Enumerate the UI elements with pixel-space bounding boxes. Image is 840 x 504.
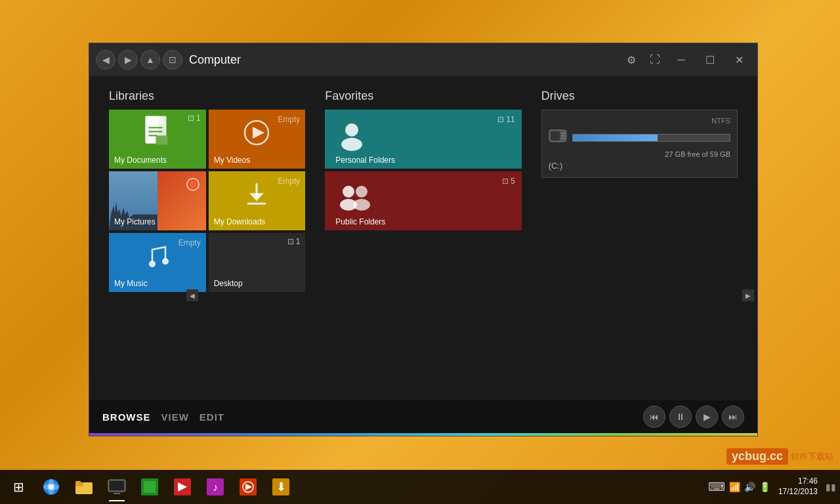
menu-edit[interactable]: EDIT [200,411,224,423]
tile-downloads[interactable]: Empty My Downloads [209,171,306,230]
pictures-label: My Pictures [114,217,156,226]
close-button[interactable]: ✕ [727,48,751,72]
up-button[interactable]: ▲ [140,50,160,70]
personal-label: Personal Folders [335,156,395,165]
svg-rect-35 [114,493,120,494]
content-area: Libraries [89,76,757,400]
forward-button[interactable]: ▶ [118,50,138,70]
start-button[interactable]: ⊞ [4,472,33,501]
svg-rect-22 [551,131,560,140]
explorer-icon [73,476,95,498]
app8-icon: ⬇ [270,476,292,498]
tile-videos[interactable]: Empty My Videos [209,110,306,169]
svg-point-16 [341,138,362,151]
menu-browse[interactable]: BROWSE [102,411,151,423]
scroll-left-button[interactable]: ◀ [186,289,198,301]
tile-desktop[interactable]: ⊡1 Desktop [209,233,306,292]
tile-music[interactable]: Empty My Music [109,233,206,292]
watermark-label: 软件下载站 [791,451,833,463]
drive-filesystem: NTFS [549,117,730,125]
media-play-button[interactable]: ▶ [696,406,718,428]
media-next-button[interactable]: ⏭ [722,406,744,428]
watermark: ycbug.cc 软件下载站 [726,448,833,465]
time-display: 17:46 [778,476,818,487]
drives-section: Drives NTFS [541,89,738,387]
downloads-label: My Downloads [214,217,266,226]
battery-icon: 🔋 [759,482,770,492]
back-button[interactable]: ◀ [96,50,116,70]
app4-icon [138,476,161,498]
group-icon [335,181,375,220]
scroll-right-button[interactable]: ▶ [742,289,754,301]
taskbar-app-8[interactable]: ⬇ [265,471,297,503]
folder-button[interactable]: ⊡ [163,50,182,70]
svg-rect-34 [110,481,124,490]
tile-public-folders[interactable]: ⊡5 Public Folders [325,171,521,230]
videos-label: My Videos [214,156,251,165]
drive-letter: (C:) [549,161,730,171]
settings-button[interactable]: ⚙ [622,51,640,69]
svg-rect-37 [144,481,156,493]
svg-marker-11 [249,193,264,201]
downloads-empty: Empty [278,177,300,186]
taskbar-right: ⌨ 📶 🔊 🔋 17:46 17/12/2013 ▮▮ [708,476,836,497]
network-icon: 📶 [729,482,740,492]
nav-buttons: ◀ ▶ ▲ ⊡ [96,50,182,70]
drive-progress-row [549,129,730,146]
svg-point-17 [343,186,354,198]
svg-rect-32 [75,481,81,484]
svg-point-15 [345,123,358,136]
remote-icon [106,476,128,498]
tile-personal-folders[interactable]: ⊡11 Personal Folders [325,110,521,169]
taskbar-app-remote[interactable] [101,471,133,503]
watermark-brand: ycbug.cc [726,448,788,465]
videos-empty: Empty [278,115,300,124]
svg-point-29 [49,484,54,490]
keyboard-icon: ⌨ [708,480,725,494]
taskbar-app-7[interactable] [232,471,264,503]
taskbar-app-5[interactable] [167,471,198,503]
public-count: ⊡5 [502,177,515,186]
libraries-section: Libraries [109,89,305,387]
bottom-bar: BROWSE VIEW EDIT ⏮ ⏸ ▶ ⏭ [89,400,757,433]
pictures-right [158,171,206,230]
taskbar-app-explorer[interactable] [68,471,100,503]
menu-view[interactable]: VIEW [161,411,189,423]
volume-icon: 🔊 [744,482,755,492]
show-desktop-button[interactable]: ▮▮ [826,482,836,492]
svg-point-13 [149,261,156,267]
window-controls: ⚙ ⛶ ─ ☐ ✕ [622,48,751,72]
drive-size: 27 GB free of 59 GB [549,150,730,158]
tile-documents[interactable]: ⊡1 My Documents [109,110,206,169]
desktop-label: Desktop [214,279,243,288]
tile-pictures[interactable]: My Pictures [109,171,206,230]
taskbar-app-ie[interactable] [35,471,67,503]
drive-c[interactable]: NTFS 27 GB free [541,110,738,178]
videos-icon [242,118,271,153]
desktop-count: ⊡1 [287,237,301,246]
maximize-button[interactable]: ☐ [698,48,722,72]
taskbar: ⊞ [0,470,840,504]
systray: ⌨ 📶 🔊 🔋 [708,480,770,494]
title-bar: ◀ ▶ ▲ ⊡ Computer ⚙ ⛶ ─ ☐ ✕ [89,43,757,76]
fullscreen-button[interactable]: ⛶ [646,51,664,69]
menu-bar: BROWSE VIEW EDIT [102,411,224,423]
taskbar-app-6[interactable]: ♪ [200,471,231,503]
taskbar-app-4[interactable] [134,471,165,503]
libraries-heading: Libraries [109,89,305,103]
favorites-grid: ⊡11 Personal Folders [325,110,521,230]
music-empty: Empty [178,238,201,247]
svg-point-19 [356,186,368,198]
minimize-button[interactable]: ─ [669,48,693,72]
personal-count: ⊡11 [497,115,514,124]
media-prev-button[interactable]: ⏮ [643,406,665,428]
downloads-icon [242,180,271,215]
taskbar-apps: ♪ ⬇ [35,471,297,503]
clock[interactable]: 17:46 17/12/2013 [773,476,823,497]
svg-point-14 [162,258,169,264]
public-label: Public Folders [335,217,385,226]
media-pause-button[interactable]: ⏸ [669,406,692,428]
date-display: 17/12/2013 [778,487,818,497]
favorites-section: Favorites ⊡11 Personal Folders [325,89,521,387]
documents-label: My Documents [114,156,167,165]
